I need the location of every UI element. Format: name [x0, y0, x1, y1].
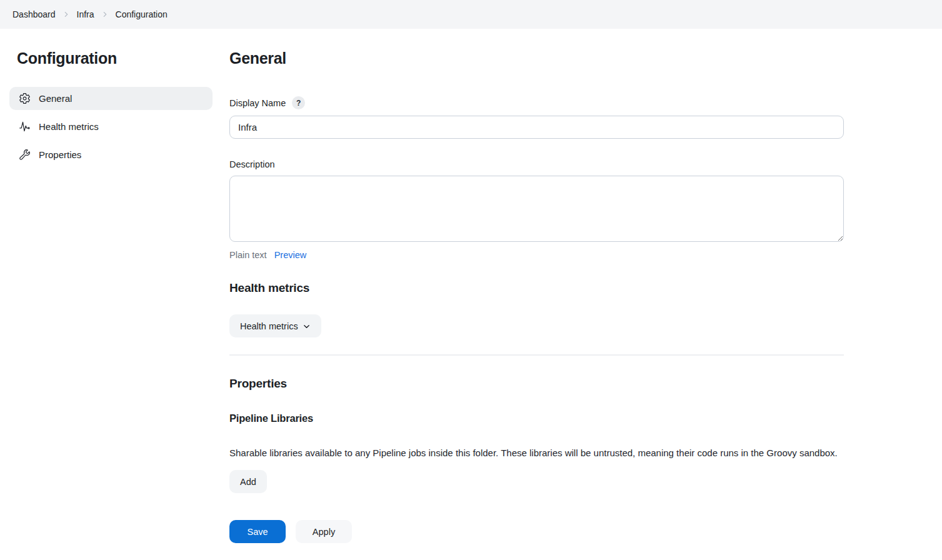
breadcrumb-item-dashboard[interactable]: Dashboard: [13, 9, 56, 19]
section-divider: [229, 354, 844, 356]
sidebar: Configuration General Health metrics Pro…: [0, 29, 220, 171]
health-metrics-dropdown-label: Health metrics: [240, 321, 298, 331]
form-actions: Save Apply: [229, 520, 844, 543]
page-title: General: [229, 49, 844, 68]
description-mode-label: Plain text: [229, 250, 267, 260]
sidebar-item-label: General: [39, 93, 72, 104]
page-layout: Configuration General Health metrics Pro…: [0, 29, 942, 560]
display-name-label: Display Name: [229, 98, 286, 108]
save-button[interactable]: Save: [229, 520, 286, 543]
description-textarea[interactable]: [229, 176, 844, 242]
pulse-icon: [19, 121, 31, 132]
section-heading-properties: Properties: [229, 377, 844, 391]
chevron-right-icon: [63, 11, 70, 18]
breadcrumb-item-configuration[interactable]: Configuration: [116, 9, 168, 19]
section-heading-health-metrics: Health metrics: [229, 281, 844, 295]
preview-link[interactable]: Preview: [274, 250, 307, 260]
breadcrumb-item-infra[interactable]: Infra: [77, 9, 94, 19]
wrench-icon: [19, 149, 31, 161]
help-icon[interactable]: ?: [292, 96, 305, 109]
apply-button[interactable]: Apply: [296, 520, 352, 543]
sidebar-item-properties[interactable]: Properties: [9, 143, 213, 166]
display-name-group: Display Name ?: [229, 96, 844, 139]
chevron-down-icon: [303, 322, 311, 331]
description-group: Description Plain text Preview: [229, 159, 844, 260]
chevron-right-icon: [101, 11, 109, 18]
sidebar-nav: General Health metrics Properties: [17, 87, 213, 171]
sidebar-item-health-metrics[interactable]: Health metrics: [9, 115, 213, 138]
gear-icon: [19, 92, 31, 104]
top-bar: Dashboard Infra Configuration: [0, 0, 942, 29]
description-label: Description: [229, 159, 275, 169]
add-button[interactable]: Add: [229, 470, 267, 493]
sidebar-item-label: Properties: [39, 149, 81, 160]
sidebar-title: Configuration: [17, 49, 213, 68]
main-content: General Display Name ? Description Plain…: [220, 29, 844, 560]
sidebar-item-label: Health metrics: [39, 121, 99, 132]
display-name-input[interactable]: [229, 116, 844, 139]
breadcrumb: Dashboard Infra Configuration: [13, 9, 168, 19]
sidebar-item-general[interactable]: General: [9, 87, 213, 110]
pipeline-libraries-description: Sharable libraries available to any Pipe…: [229, 446, 844, 459]
health-metrics-dropdown-button[interactable]: Health metrics: [229, 314, 321, 338]
pipeline-libraries-heading: Pipeline Libraries: [229, 412, 844, 424]
